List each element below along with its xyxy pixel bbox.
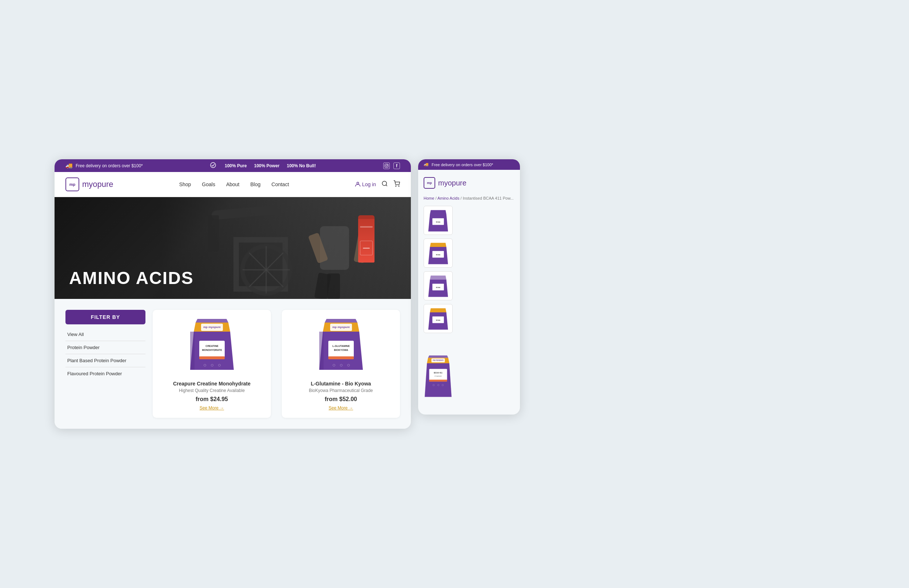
deco-seat — [211, 205, 277, 220]
svg-point-4 — [357, 182, 358, 184]
svg-text:mp myopure: mp myopure — [433, 359, 444, 361]
delivery-text: Free delivery on orders over $100* — [76, 163, 143, 168]
svg-line-6 — [386, 185, 387, 186]
svg-text:⬡: ⬡ — [218, 363, 220, 367]
truck-icon: 🚚 — [65, 162, 73, 169]
svg-point-3 — [387, 164, 387, 165]
svg-text:⬡: ⬡ — [203, 363, 206, 367]
breadcrumb-product: / Instantised BCAA 411 Pow... — [461, 196, 514, 200]
second-truck-icon: 🚚 — [424, 162, 429, 167]
see-more-link-1[interactable]: See More → — [160, 405, 263, 410]
svg-rect-48 — [429, 380, 447, 382]
hero-content: AMINO ACIDS — [55, 257, 208, 299]
svg-text:BIOKYOWA: BIOKYOWA — [334, 349, 348, 351]
svg-text:⬡: ⬡ — [340, 363, 342, 367]
products-grid: mp myopure CREATINE MONOHYDRATE ⬡ ⬡ ⬡ — [153, 310, 400, 418]
product-name-1: Creapure Creatine Monohydrate — [160, 381, 263, 386]
product-price-1: from $24.95 — [160, 396, 263, 402]
thumb-1[interactable]: BCAA — [424, 206, 453, 235]
product-thumbnails: BCAA BCAA BCAA — [418, 206, 520, 333]
svg-text:BCAA: BCAA — [436, 286, 440, 288]
logo-letters: mp — [69, 182, 76, 187]
svg-text:mp myopure: mp myopure — [203, 325, 221, 329]
search-icon[interactable] — [381, 180, 388, 188]
person-silhouette — [291, 204, 382, 299]
banner-center: 100% Pure 100% Power 100% No Bull! — [210, 162, 316, 169]
product-name-2: L-Glutamine - Bio Kyowa — [289, 381, 393, 386]
product-subtitle-2: BioKyowa Pharmaceutical Grade — [289, 388, 393, 393]
second-banner: 🚚 Free delivery on orders over $100* — [418, 159, 520, 170]
nav-contact[interactable]: Contact — [271, 181, 289, 187]
breadcrumb-amino[interactable]: Amino Acids — [438, 196, 460, 200]
filter-flavoured-protein[interactable]: Flavoured Protein Powder — [65, 367, 145, 380]
main-window: 🚚 Free delivery on orders over $100* 100… — [55, 159, 411, 429]
filter-plant-protein[interactable]: Plant Based Protein Powder — [65, 354, 145, 367]
svg-text:POWDER: POWDER — [434, 375, 441, 377]
instagram-icon[interactable] — [383, 163, 390, 169]
banner-right: f — [383, 163, 400, 169]
breadcrumb-home[interactable]: Home — [424, 196, 434, 200]
sidebar: FILTER BY View All Protein Powder Plant … — [65, 310, 145, 418]
nav-goals[interactable]: Goals — [202, 181, 215, 187]
product-image-2: mp myopure L-GLUTAMINE BIOKYOWA ⬡ ⬡ ⬡ — [316, 317, 367, 375]
svg-text:L-GLUTAMINE: L-GLUTAMINE — [332, 345, 350, 347]
product-price-2: from $52.00 — [289, 396, 393, 402]
navbar: mp myopure Shop Goals About Blog Contact… — [55, 172, 411, 197]
deco-post — [208, 215, 219, 252]
svg-text:BCAA 411: BCAA 411 — [434, 372, 442, 374]
second-delivery-text: Free delivery on orders over $100* — [431, 163, 493, 167]
svg-point-0 — [210, 163, 216, 168]
svg-text:⬡: ⬡ — [332, 363, 335, 367]
svg-text:BCAA: BCAA — [436, 221, 440, 223]
thumb-2[interactable]: BCAA — [424, 239, 453, 268]
filter-protein-powder[interactable]: Protein Powder — [65, 341, 145, 354]
hero-title: AMINO ACIDS — [69, 268, 194, 288]
svg-point-8 — [399, 186, 399, 187]
main-content: FILTER BY View All Protein Powder Plant … — [55, 299, 411, 429]
badge-nobull: 100% No Bull! — [287, 163, 316, 168]
svg-rect-34 — [319, 332, 324, 370]
filter-list: View All Protein Powder Plant Based Prot… — [65, 328, 145, 380]
svg-text:CREATINE: CREATINE — [205, 345, 218, 347]
nav-blog[interactable]: Blog — [250, 181, 261, 187]
hero-deco — [197, 197, 411, 299]
filter-header: FILTER BY — [65, 310, 145, 325]
login-link[interactable]: Log in — [355, 181, 376, 187]
svg-text:⬡: ⬡ — [347, 363, 349, 367]
logo-box: mp — [65, 178, 79, 191]
filter-view-all[interactable]: View All — [65, 328, 145, 341]
thumb-3[interactable]: BCAA — [424, 271, 453, 300]
badge-pure: 100% Pure — [225, 163, 247, 168]
nav-shop[interactable]: Shop — [179, 181, 191, 187]
svg-rect-20 — [199, 356, 225, 359]
logo-area: mp myopure — [65, 178, 113, 191]
svg-point-2 — [386, 165, 387, 166]
nav-about[interactable]: About — [226, 181, 240, 187]
badge-power: 100% Power — [254, 163, 279, 168]
svg-rect-45 — [429, 369, 447, 380]
svg-text:BCAA: BCAA — [436, 319, 440, 321]
screen-wrapper: 🚚 Free delivery on orders over $100* 100… — [55, 159, 854, 429]
svg-point-5 — [382, 181, 386, 186]
second-logo-text: myopure — [438, 179, 467, 187]
nav-actions: Log in — [355, 180, 400, 188]
banner-left: 🚚 Free delivery on orders over $100* — [65, 162, 143, 169]
facebook-icon[interactable]: f — [393, 163, 400, 169]
svg-text:BCAA: BCAA — [436, 254, 440, 256]
second-window: 🚚 Free delivery on orders over $100* mp … — [418, 159, 520, 415]
check-icon — [210, 162, 216, 169]
svg-text:⬡: ⬡ — [210, 363, 213, 367]
svg-text:⬡: ⬡ — [442, 384, 444, 386]
product-card-2: mp myopure L-GLUTAMINE BIOKYOWA ⬡ ⬡ ⬡ — [282, 310, 400, 418]
top-banner: 🚚 Free delivery on orders over $100* 100… — [55, 159, 411, 172]
cart-icon[interactable] — [393, 180, 400, 188]
svg-text:⬡: ⬡ — [433, 384, 434, 386]
breadcrumb: Home / Amino Acids / Instantised BCAA 41… — [418, 196, 520, 206]
svg-text:⬡: ⬡ — [438, 384, 439, 386]
product-subtitle-1: Highest Quality Creatine Available — [160, 388, 263, 393]
hero-section: AMINO ACIDS — [55, 197, 411, 299]
thumb-4[interactable]: BCAA — [424, 304, 453, 333]
nav-links: Shop Goals About Blog Contact — [179, 181, 289, 187]
see-more-link-2[interactable]: See More → — [289, 405, 393, 410]
product-image-1: mp myopure CREATINE MONOHYDRATE ⬡ ⬡ ⬡ — [187, 317, 237, 375]
